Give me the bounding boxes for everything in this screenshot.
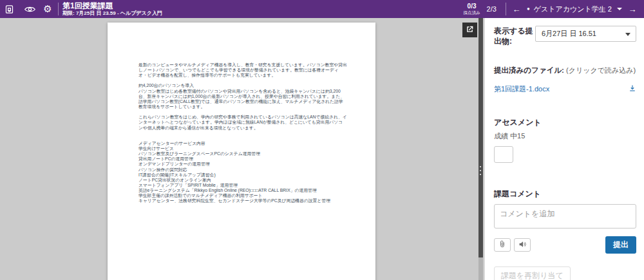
chevron-down-icon [617, 8, 622, 10]
submission-select-value: 6月27日 日 16.51 [542, 29, 596, 39]
settings-button[interactable]: ⚙ [40, 0, 55, 18]
service-line: スマートフォンアプリ「SPIRIT Mobile」運用管理 [138, 183, 347, 188]
gear-icon: ⚙ [43, 5, 52, 14]
files-label: 提出済みのファイル: [494, 66, 564, 74]
service-line: 学生向けサービス [138, 146, 347, 151]
arrow-right-icon: → [629, 5, 637, 14]
sidebar-toggle-button[interactable] [1, 0, 17, 18]
expand-document-button[interactable] [462, 23, 477, 37]
prev-student-button[interactable]: ← [510, 5, 523, 14]
document-page: 最新のコンピュータやマルチメディア機器を導入し、教育・研究を支援しています。パソ… [108, 23, 375, 280]
student-selector[interactable]: ● ゲストアカウント学生 2 [527, 5, 622, 14]
submission-label: 表示する提出物: [494, 26, 535, 46]
grade-input[interactable] [494, 146, 513, 163]
file-row: 第1回課題-1.docx [494, 84, 636, 94]
visibility-button[interactable] [22, 0, 37, 18]
service-line: メディアセンターのサービス内容 [138, 141, 347, 146]
grade-label: 成績 中15 [494, 131, 636, 141]
service-line: 英語eラーニングシステム「Rikkyo English Online (REO)… [138, 188, 347, 193]
comment-textarea[interactable] [494, 204, 636, 229]
status-dot-icon: ● [527, 6, 530, 12]
service-line: オンデマンドプリンターの運用管理 [138, 162, 347, 167]
graded-counter: 0/3 採点済み [463, 3, 480, 15]
document-paragraphs: 最新のコンピュータやマルチメディア機器を導入し、教育・研究を支援しています。パソ… [138, 62, 347, 131]
download-icon [629, 84, 636, 94]
next-student-button[interactable]: → [626, 5, 639, 14]
document-paragraph: 最新のコンピュータやマルチメディア機器を導入し、教育・研究を支援しています。パソ… [138, 62, 347, 78]
document-paragraph: 約4,200台のパソコンを導入 パソコン教室はじめ各教室備付のパソコンや貸出用パ… [138, 83, 347, 109]
scrollbar-track[interactable] [478, 257, 483, 280]
submit-button[interactable]: 提出 [605, 236, 636, 254]
app-header: ⚙ 第1回授業課題 期限: 7月25日 日 23.59 - ヘルプデスク入門 0… [0, 0, 644, 18]
service-line: ノートPC貸出状況のオンライン案内 [138, 178, 347, 183]
file-link[interactable]: 第1回課題-1.docx [494, 84, 549, 94]
reassign-button[interactable]: 課題を再割り当て [494, 266, 571, 280]
grading-panel: 表示する提出物: 6月27日 日 16.51 提出済みのファイル: (クリックで… [484, 18, 644, 280]
service-line: キャリアセンター、法務研究科院生室、セカンドステージ大学等のPC及び周辺機器の設… [138, 198, 347, 203]
service-line: 学生部主催の課外活動でのマルチメディア機器の利用サポート [138, 193, 347, 198]
page-title: 第1回授業課題 [62, 2, 162, 10]
student-position: 2/3 [487, 5, 497, 13]
eye-icon [24, 5, 35, 14]
submission-select[interactable]: 6月27日 日 16.51 [535, 26, 636, 42]
graded-count: 0/3 [463, 3, 480, 10]
page-subtitle: 期限: 7月25日 日 23.59 - ヘルプデスク入門 [62, 11, 162, 17]
comment-toolbar: 提出 [494, 236, 636, 254]
chevron-down-icon [625, 33, 630, 36]
download-file-button[interactable] [629, 84, 636, 94]
arrow-left-icon: ← [512, 5, 520, 14]
header-divider [506, 3, 506, 15]
document-paragraph: これらパソコン教室をはじめ、学内の研究や事務で利用されているパソコンは高速なLA… [138, 115, 347, 130]
files-hint: (クリックで読み込み) [564, 66, 636, 74]
assessment-label: アセスメント [494, 117, 636, 127]
comment-label: 課題コメント [494, 189, 636, 199]
paperclip-icon [498, 240, 506, 250]
speaker-icon [518, 240, 527, 250]
document-viewer: 最新のコンピュータやマルチメディア機器を導入し、教育・研究を支援しています。パソ… [0, 18, 478, 280]
service-line: パソコン教室及びラーニングスペースPCのシステム運用管理 [138, 151, 347, 156]
service-line: IT講習会の開催(ITスキルアップ講習会) [138, 173, 347, 178]
graded-label: 採点済み [463, 11, 480, 15]
header-divider [58, 3, 59, 15]
document-panel-icon [5, 5, 14, 14]
viewer-scrollbar [478, 18, 484, 280]
student-name: ゲストアカウント学生 2 [534, 5, 612, 14]
service-line: パソコン操作の質問対応 [138, 167, 347, 173]
drag-handle-icon [480, 166, 482, 178]
services-list: メディアセンターのサービス内容学生向けサービスパソコン教室及びラーニングスペース… [138, 141, 347, 204]
attach-file-button[interactable] [494, 238, 511, 252]
record-audio-button[interactable] [514, 238, 531, 252]
service-line: 貸出用ノートPCの運用管理 [138, 156, 347, 162]
open-in-new-icon [466, 24, 474, 36]
scrollbar-thumb[interactable] [478, 18, 483, 257]
